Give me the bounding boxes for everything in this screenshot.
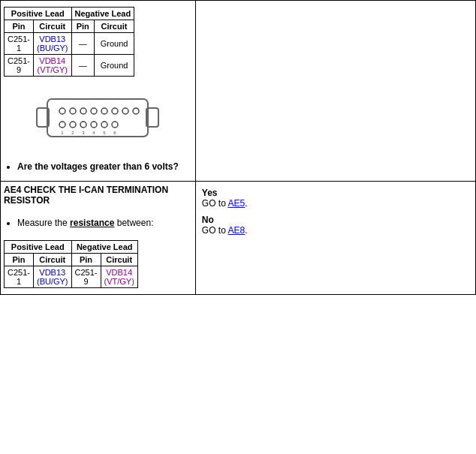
pos-circuit-2: VDB14(VT/GY) <box>33 55 71 77</box>
ae4-col-headers-row: Pin Circuit Pin Circuit <box>5 254 138 266</box>
neg-circuit-1: Ground <box>94 33 134 55</box>
ae4-col-neg-pin: Pin <box>71 254 101 266</box>
svg-point-9 <box>122 108 128 114</box>
yes-goto-text: GO to <box>202 198 228 209</box>
connector-diagram: 1 2 3 4 5 6 <box>34 92 161 140</box>
col-headers-row: Pin Circuit Pin Circuit <box>5 20 134 33</box>
svg-text:1: 1 <box>62 131 65 135</box>
ae4-pos-pin: C251-1 <box>5 266 34 288</box>
svg-point-7 <box>101 108 107 114</box>
yes-label: Yes <box>202 188 218 198</box>
negative-lead-header: Negative Lead <box>71 8 134 20</box>
connector-diagram-wrap: 1 2 3 4 5 6 <box>4 92 192 140</box>
yes-block: Yes GO to AE5. <box>202 188 469 209</box>
top-left-cell: Positive Lead Negative Lead Pin Circuit … <box>1 1 196 182</box>
ae4-neg-circuit: VDB14(VT/GY) <box>101 266 137 288</box>
svg-point-4 <box>70 108 76 114</box>
ae4-section-row: AE4 CHECK THE I-CAN TERMINATION RESISTOR… <box>1 182 476 295</box>
voltage-question-text: Are the voltages greater than 6 volts? <box>17 161 179 172</box>
ae8-link[interactable]: AE8 <box>228 225 246 236</box>
top-measurement-table: Positive Lead Negative Lead Pin Circuit … <box>4 7 134 77</box>
svg-point-5 <box>80 108 86 114</box>
ae5-link[interactable]: AE5 <box>228 198 246 209</box>
no-block: No GO to AE8. <box>202 215 469 236</box>
neg-circuit-2: Ground <box>94 55 134 77</box>
svg-text:4: 4 <box>93 131 96 135</box>
top-header-row: Positive Lead Negative Lead <box>5 8 134 20</box>
ae4-right-cell: Yes GO to AE5. No GO to AE8. <box>195 182 475 295</box>
pos-pin-1: C251-1 <box>5 33 34 55</box>
ae4-bullet-text: Measure the resistance between: <box>17 218 153 228</box>
neg-pin-1: — <box>71 33 94 55</box>
ae4-left-cell: AE4 CHECK THE I-CAN TERMINATION RESISTOR… <box>1 182 196 295</box>
top-right-cell <box>195 1 475 182</box>
svg-point-6 <box>91 108 97 114</box>
svg-point-14 <box>91 122 97 128</box>
svg-point-12 <box>70 122 76 128</box>
col-neg-circuit: Circuit <box>94 20 134 33</box>
main-layout-table: Positive Lead Negative Lead Pin Circuit … <box>0 0 476 295</box>
table-row: C251-1 VDB13(BU/GY) — Ground <box>5 33 134 55</box>
ae4-bullet-section: Measure the resistance between: <box>4 212 192 234</box>
voltage-question-section: Are the voltages greater than 6 volts? <box>4 155 192 178</box>
svg-point-15 <box>101 122 107 128</box>
svg-text:2: 2 <box>72 131 75 135</box>
svg-point-11 <box>59 122 65 128</box>
ae4-pos-circuit: VDB13(BU/GY) <box>33 266 71 288</box>
svg-point-10 <box>133 108 139 114</box>
svg-text:5: 5 <box>104 131 107 135</box>
top-section-row: Positive Lead Negative Lead Pin Circuit … <box>1 1 476 182</box>
no-label: No <box>202 215 214 225</box>
ae4-header: AE4 CHECK THE I-CAN TERMINATION RESISTOR <box>4 185 192 206</box>
pos-circuit-1: VDB13(BU/GY) <box>33 33 71 55</box>
yes-no-section: Yes GO to AE5. No GO to AE8. <box>199 185 472 239</box>
pos-pin-2: C251-9 <box>5 55 34 77</box>
no-goto-text: GO to <box>202 225 228 236</box>
positive-lead-header: Positive Lead <box>5 8 72 20</box>
ae4-neg-pin: C251-9 <box>71 266 101 288</box>
ae4-header-row: Positive Lead Negative Lead <box>5 241 138 254</box>
svg-text:6: 6 <box>114 131 117 135</box>
svg-text:3: 3 <box>83 131 86 135</box>
table-row: C251-1 VDB13(BU/GY) C251-9 VDB14(VT/GY) <box>5 266 138 288</box>
ae4-col-pos-pin: Pin <box>5 254 34 266</box>
table-row: C251-9 VDB14(VT/GY) — Ground <box>5 55 134 77</box>
svg-point-8 <box>112 108 118 114</box>
ae4-col-neg-circuit: Circuit <box>101 254 137 266</box>
neg-pin-2: — <box>71 55 94 77</box>
ae4-measurement-table: Positive Lead Negative Lead Pin Circuit … <box>4 240 138 288</box>
col-pos-circuit: Circuit <box>33 20 71 33</box>
col-pos-pin: Pin <box>5 20 34 33</box>
svg-point-16 <box>112 122 118 128</box>
ae4-col-pos-circuit: Circuit <box>33 254 71 266</box>
ae4-positive-lead-header: Positive Lead <box>5 241 72 254</box>
ae4-negative-lead-header: Negative Lead <box>71 241 137 254</box>
svg-point-3 <box>59 108 65 114</box>
col-neg-pin: Pin <box>71 20 94 33</box>
svg-point-13 <box>80 122 86 128</box>
